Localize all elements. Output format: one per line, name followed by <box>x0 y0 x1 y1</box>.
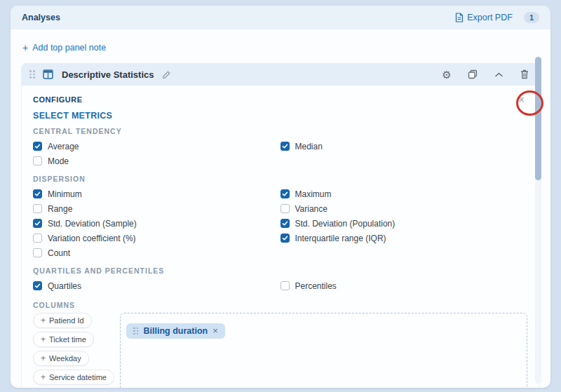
plus-icon: + <box>41 353 46 363</box>
metric-cell: Count <box>33 248 280 258</box>
checkbox-checked[interactable] <box>280 219 290 228</box>
metric-row: AverageMedian <box>33 139 527 154</box>
checkbox-checked[interactable] <box>33 189 42 198</box>
checkbox-label: Median <box>295 142 323 151</box>
scrollbar-thumb[interactable] <box>535 57 541 180</box>
checkbox-checked[interactable] <box>33 142 42 151</box>
checkbox-unchecked[interactable] <box>33 248 42 257</box>
add-column-button[interactable]: +Ticket time <box>33 332 94 347</box>
duplicate-icon[interactable] <box>466 68 479 81</box>
document-icon <box>454 13 464 23</box>
checkbox-unchecked[interactable] <box>33 204 42 213</box>
export-pdf-button[interactable]: Export PDF <box>454 13 513 23</box>
metric-cell: Average <box>33 142 280 151</box>
checkbox-unchecked[interactable] <box>33 156 42 165</box>
close-configure-icon[interactable]: × <box>515 94 527 104</box>
column-button-label: Patiend Id <box>49 316 84 325</box>
selected-columns-drop-zone[interactable]: Billing duration× <box>120 313 527 388</box>
checkbox-label: Quartiles <box>48 281 81 291</box>
metric-cell: Range <box>33 204 280 214</box>
metric-cell: Std. Deviation (Sample) <box>33 219 280 229</box>
delete-trash-icon[interactable] <box>518 68 531 81</box>
checkbox-label: Range <box>48 204 72 214</box>
checkbox-label: Maximum <box>295 189 332 199</box>
checkbox-label: Average <box>48 142 79 151</box>
metric-sections: CENTRAL TENDENCYAverageMedianModeDISPERS… <box>33 127 527 293</box>
column-button-label: Service datetime <box>49 373 107 381</box>
metric-row: Mode <box>33 154 527 168</box>
metric-cell: Percentiles <box>280 281 528 291</box>
analyses-card: Analyses Export PDF 1 + Add top panel no… <box>11 6 550 388</box>
metric-row: Std. Deviation (Sample)Std. Deviation (P… <box>33 216 527 231</box>
checkbox-label: Variation coefficient (%) <box>48 234 136 243</box>
checkbox-unchecked[interactable] <box>280 204 290 213</box>
column-button-label: Ticket time <box>49 335 86 344</box>
metric-row: QuartilesPercentiles <box>33 278 527 293</box>
metric-section: QUARTILES AND PERCENTILESQuartilesPercen… <box>33 266 527 293</box>
add-column-button[interactable]: +Weekday <box>33 351 89 366</box>
collapse-chevron-up-icon[interactable] <box>492 68 505 81</box>
checkbox-label: Std. Deviation (Sample) <box>48 219 137 229</box>
configure-label: CONFIGURE <box>33 95 83 104</box>
metric-cell: Minimum <box>33 189 280 199</box>
checkbox-label: Count <box>48 248 70 258</box>
plus-icon: + <box>22 42 28 53</box>
checkbox-checked[interactable] <box>280 189 290 198</box>
add-column-button[interactable]: +Patiend Id <box>33 313 92 328</box>
edit-pencil-icon[interactable] <box>161 68 173 81</box>
metric-row: Variation coefficient (%)Interquartile r… <box>33 231 527 245</box>
checkbox-label: Interquartile range (IQR) <box>295 234 386 243</box>
metric-cell: Variance <box>280 204 528 214</box>
checkbox-checked[interactable] <box>280 234 290 243</box>
checkbox-label: Variance <box>295 204 327 214</box>
metric-cell: Median <box>280 142 528 151</box>
configure-row: CONFIGURE × <box>33 94 527 104</box>
checkbox-unchecked[interactable] <box>33 234 42 243</box>
columns-block: COLUMNS +Patiend Id+Ticket time+Weekday+… <box>33 301 527 388</box>
page-title: Analyses <box>22 13 60 22</box>
metric-cell: Quartiles <box>33 281 280 291</box>
chip-drag-handle-icon[interactable] <box>133 327 139 335</box>
app-root: { "header": { "title": "Analyses", "expo… <box>0 0 561 392</box>
selected-column-chip[interactable]: Billing duration× <box>126 323 225 339</box>
checkbox-label: Std. Deviation (Population) <box>295 219 396 229</box>
metric-row: MinimumMaximum <box>33 187 527 201</box>
checkbox-checked[interactable] <box>33 281 42 290</box>
metric-section: CENTRAL TENDENCYAverageMedianMode <box>33 127 527 168</box>
export-pdf-label: Export PDF <box>467 13 513 22</box>
select-metrics-heading: SELECT METRICS <box>33 111 527 121</box>
metric-cell: Mode <box>33 156 280 166</box>
drag-handle-icon[interactable] <box>29 70 35 79</box>
analyses-body: + Add top panel note Descriptive Statist… <box>11 29 550 388</box>
panel-count-badge: 1 <box>524 12 539 23</box>
plus-icon: + <box>41 372 46 382</box>
checkbox-label: Percentiles <box>295 281 337 291</box>
metric-row: Count <box>33 245 527 260</box>
metric-cell: Maximum <box>280 189 528 199</box>
add-top-panel-note-button[interactable]: + Add top panel note <box>22 42 106 53</box>
metric-section-label: CENTRAL TENDENCY <box>33 127 527 135</box>
analyses-header: Analyses Export PDF 1 <box>11 6 550 29</box>
panel-header: Descriptive Statistics ⚙ <box>21 63 539 86</box>
settings-gear-icon[interactable]: ⚙ <box>440 68 453 81</box>
metric-section: DISPERSIONMinimumMaximumRangeVarianceStd… <box>33 175 527 260</box>
checkbox-unchecked[interactable] <box>280 281 290 290</box>
panel-body: CONFIGURE × SELECT METRICS CENTRAL TENDE… <box>21 86 539 388</box>
columns-label: COLUMNS <box>33 301 527 309</box>
plus-icon: + <box>41 316 46 325</box>
checkbox-checked[interactable] <box>33 219 42 228</box>
metric-cell: Std. Deviation (Population) <box>280 219 528 229</box>
metric-cell: Interquartile range (IQR) <box>280 234 528 243</box>
checkbox-checked[interactable] <box>280 142 290 151</box>
column-buttons: +Patiend Id+Ticket time+Weekday+Service … <box>33 313 110 388</box>
add-column-button[interactable]: +Service datetime <box>33 370 114 385</box>
plus-icon: + <box>41 334 46 344</box>
chip-remove-icon[interactable]: × <box>212 326 218 335</box>
add-note-label: Add top panel note <box>32 43 106 53</box>
metric-section-label: QUARTILES AND PERCENTILES <box>33 266 527 275</box>
panel-title: Descriptive Statistics <box>62 69 154 80</box>
columns-row: +Patiend Id+Ticket time+Weekday+Service … <box>33 313 527 388</box>
descriptive-statistics-panel: Descriptive Statistics ⚙ <box>21 63 539 388</box>
metric-section-label: DISPERSION <box>33 175 527 183</box>
chip-label: Billing duration <box>144 326 208 336</box>
